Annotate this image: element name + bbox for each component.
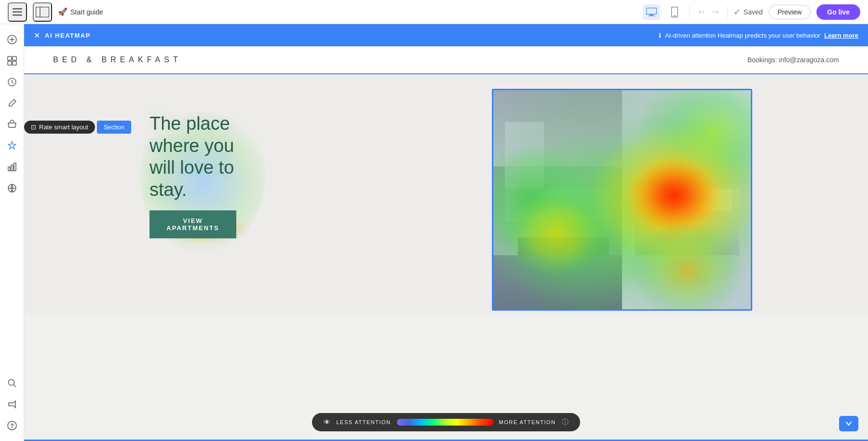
hero-text-area: The place where you will love to stay. V… — [140, 98, 265, 253]
close-banner-button[interactable]: ✕ — [34, 31, 40, 40]
sidebar-bottom: ? — [2, 373, 22, 435]
svg-rect-5 — [646, 8, 656, 14]
hero-heading: The place where you will love to stay. — [149, 113, 256, 201]
svg-point-21 — [8, 380, 14, 386]
svg-rect-1 — [13, 11, 22, 13]
heatmap-svg-overlay — [492, 89, 752, 311]
svg-rect-19 — [14, 163, 16, 171]
toolbar: 🚀 Start guide ↩ ↪ ✓ Saved Prev — [0, 0, 868, 24]
heatmap-container — [492, 89, 752, 311]
sidebar-item-pages[interactable] — [2, 51, 22, 70]
learn-more-link[interactable]: Learn more — [824, 32, 858, 39]
site-contact: Bookings: info@zaragoza.com — [747, 56, 839, 64]
panel-toggle-button[interactable] — [33, 2, 52, 22]
hamburger-menu-button[interactable] — [8, 2, 27, 22]
toolbar-left: 🚀 Start guide — [8, 2, 103, 22]
info-icon: ℹ — [659, 32, 661, 39]
svg-rect-18 — [11, 165, 13, 171]
svg-rect-9 — [674, 15, 676, 16]
left-sidebar: ? — [0, 24, 24, 441]
rocket-icon: 🚀 — [58, 7, 68, 16]
svg-rect-13 — [8, 56, 12, 60]
view-apartments-button[interactable]: VIEW APARTMENTS — [149, 210, 236, 238]
legend-gradient — [397, 419, 493, 426]
sidebar-item-search[interactable] — [2, 373, 22, 393]
svg-text:?: ? — [10, 423, 14, 429]
sidebar-item-ai[interactable] — [2, 136, 22, 155]
ai-banner-title: AI HEATMAP — [45, 32, 91, 39]
layout-icon: ⊡ — [31, 124, 36, 131]
saved-indicator: ✓ Saved — [733, 7, 763, 17]
redo-button[interactable]: ↪ — [709, 5, 721, 18]
svg-rect-7 — [648, 15, 655, 16]
ai-banner-right: ℹ AI-driven attention Heatmap predicts y… — [659, 32, 858, 39]
sidebar-item-marketing[interactable] — [2, 395, 22, 414]
ai-heatmap-banner: ✕ AI HEATMAP ℹ AI-driven attention Heatm… — [24, 24, 868, 46]
svg-rect-3 — [36, 7, 49, 17]
svg-rect-6 — [650, 14, 653, 16]
canvas-area: BED & BREAKFAST Bookings: info@zaragoza.… — [24, 46, 868, 441]
hero-image-area — [492, 89, 752, 311]
svg-rect-16 — [13, 61, 16, 65]
svg-rect-0 — [13, 8, 22, 10]
more-attention-label: MORE ATTENTION — [499, 419, 556, 425]
site-header: BED & BREAKFAST Bookings: info@zaragoza.… — [24, 46, 868, 74]
sidebar-item-edit[interactable] — [2, 94, 22, 113]
desktop-view-button[interactable] — [643, 4, 660, 20]
preview-button[interactable]: Preview — [769, 5, 811, 19]
legend-info-icon[interactable]: ⓘ — [562, 418, 569, 427]
site-title: BED & BREAKFAST — [53, 55, 182, 64]
svg-line-22 — [14, 385, 16, 387]
divider-1 — [689, 6, 690, 18]
section-badge[interactable]: Section — [97, 121, 131, 134]
svg-rect-15 — [8, 61, 12, 65]
scroll-down-button[interactable] — [839, 416, 858, 431]
eye-icon: 👁 — [324, 418, 331, 426]
undo-redo-group: ↩ ↪ — [695, 5, 721, 18]
sidebar-item-help[interactable]: ? — [2, 416, 22, 435]
saved-check-icon: ✓ — [733, 7, 741, 17]
rate-layout-badge[interactable]: ⊡ Rate smart layout — [24, 121, 95, 134]
svg-rect-17 — [8, 167, 10, 171]
mobile-view-button[interactable] — [666, 4, 683, 20]
rate-layout-label: Rate smart layout — [39, 124, 88, 131]
sidebar-item-design[interactable] — [2, 72, 22, 92]
ai-banner-left: ✕ AI HEATMAP — [34, 31, 91, 40]
saved-label: Saved — [744, 8, 763, 16]
sidebar-item-add[interactable] — [2, 30, 22, 49]
undo-button[interactable]: ↩ — [695, 5, 707, 18]
toolbar-right: ↩ ↪ ✓ Saved Preview Go live — [643, 4, 860, 20]
sidebar-item-store[interactable] — [2, 115, 22, 134]
svg-rect-14 — [13, 56, 16, 60]
svg-rect-2 — [13, 14, 22, 16]
start-guide-label: Start guide — [70, 8, 103, 16]
sidebar-item-analytics[interactable] — [2, 157, 22, 177]
ai-banner-description: AI-driven attention Heatmap predicts you… — [665, 32, 820, 39]
section-labels: ⊡ Rate smart layout Section — [24, 121, 131, 134]
sidebar-item-translate[interactable] — [2, 179, 22, 198]
start-guide-button[interactable]: 🚀 Start guide — [58, 7, 103, 16]
hero-section: The place where you will love to stay. V… — [24, 74, 868, 316]
divider-2 — [727, 6, 728, 18]
go-live-button[interactable]: Go live — [816, 4, 860, 20]
less-attention-label: LESS ATTENTION — [336, 419, 391, 425]
svg-rect-33 — [492, 89, 752, 311]
hero-text-glow: The place where you will love to stay. V… — [140, 98, 265, 253]
bottom-legend: 👁 LESS ATTENTION MORE ATTENTION ⓘ — [312, 413, 580, 431]
